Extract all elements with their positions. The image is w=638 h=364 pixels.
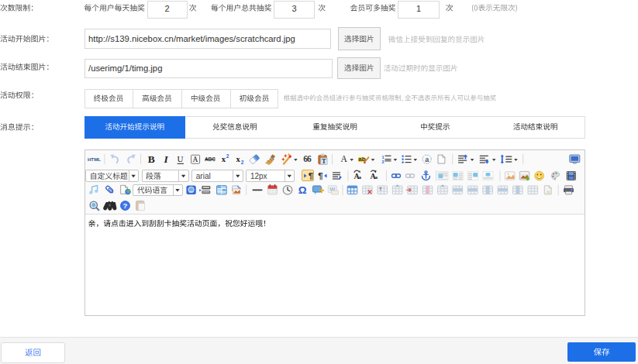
svg-text:Ω: Ω — [298, 184, 307, 196]
svg-text:a: a — [359, 174, 362, 180]
svg-text:a: a — [375, 174, 378, 180]
svg-text:?: ? — [123, 201, 128, 210]
svg-text:a: a — [425, 156, 429, 163]
svg-text:1: 1 — [381, 155, 384, 160]
svg-text:HTML: HTML — [88, 156, 101, 162]
svg-text:A: A — [341, 154, 348, 163]
svg-text:A: A — [193, 156, 198, 163]
svg-text:I: I — [164, 153, 169, 165]
svg-text:T: T — [322, 157, 326, 165]
svg-text:T: T — [379, 187, 382, 191]
svg-text:x: x — [236, 155, 241, 163]
svg-text:U: U — [178, 154, 184, 163]
svg-text:2: 2 — [226, 153, 229, 159]
svg-text:x: x — [222, 155, 226, 163]
svg-text:2: 2 — [241, 160, 244, 165]
svg-text:¶: ¶ — [309, 171, 314, 180]
svg-text:B: B — [148, 153, 155, 165]
svg-text:¶: ¶ — [318, 171, 323, 180]
svg-text:66: 66 — [303, 154, 312, 163]
svg-text:2: 2 — [381, 160, 384, 164]
